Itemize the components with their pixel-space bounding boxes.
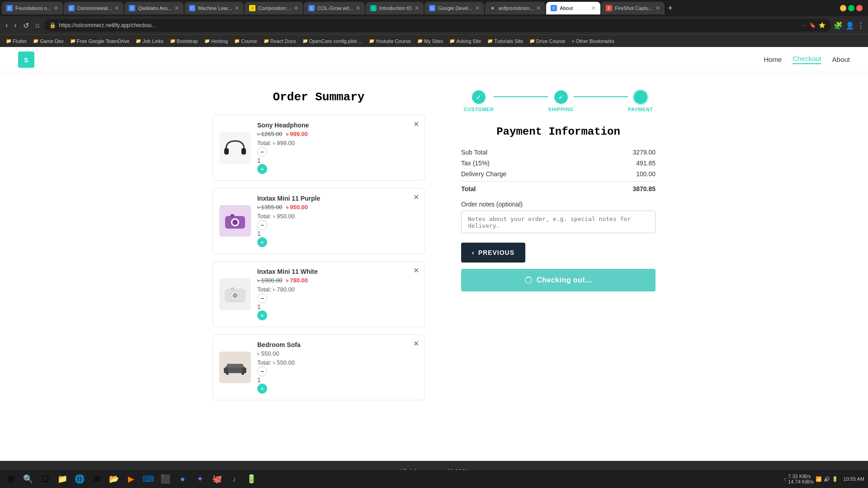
bookmark-drive-course[interactable]: 📁 Drive Course xyxy=(527,38,567,45)
item-name-sofa: Bedroom Sofa xyxy=(257,341,418,348)
tab-close-machine[interactable]: ✕ xyxy=(235,5,239,11)
svg-rect-15 xyxy=(227,364,243,368)
tab-github[interactable]: ⊛ arifpro/sslcom... ✕ xyxy=(485,2,546,14)
tab-close-github[interactable]: ✕ xyxy=(536,5,541,11)
tab-foundations[interactable]: C Foundations o... ✕ xyxy=(2,2,63,14)
taskbar-chrome-btn[interactable]: ● xyxy=(175,472,190,483)
delivery-value: 100.00 xyxy=(636,170,656,178)
back-button[interactable]: ‹ xyxy=(4,20,9,30)
taskbar-files-btn[interactable]: 📁 xyxy=(55,472,70,483)
taskbar-spotify-btn[interactable]: ♪ xyxy=(227,472,241,483)
step-shipping: ✓ SHIPPING xyxy=(548,90,574,112)
tab-fireshot[interactable]: F FireShot Captu... ✕ xyxy=(601,2,664,14)
tab-close-google[interactable]: ✕ xyxy=(475,5,480,11)
tab-close-qwiklabs[interactable]: ✕ xyxy=(175,5,179,11)
bookmark-google-drive[interactable]: 📁 Free Google TeamDrive xyxy=(68,38,132,45)
close-button[interactable]: ✕ xyxy=(856,5,863,11)
taskbar-figma-btn[interactable]: ✦ xyxy=(193,472,207,483)
item-qty-controls-headphone: − 1 + xyxy=(257,147,418,174)
item-discounted-price-headphone: ৳ 999.00 xyxy=(286,131,308,138)
tab-qwiklabs[interactable]: C Qwiklabs Ass... ✕ xyxy=(124,2,184,14)
step-label-customer: CUSTOMER xyxy=(464,107,494,112)
bookmark-opencore[interactable]: 📁 OpenCore config.plist ... xyxy=(300,38,365,45)
network-up-icon: ↑ xyxy=(784,476,787,482)
taskbar-start-icons: ⊞ 🔍 ❏ 📁 🌐 ✉ 📂 ▶ ⌨ ⬛ ● ✦ 🐙 ♪ 🔋 xyxy=(4,472,259,483)
bookmark-my-sites[interactable]: 📁 My Sites xyxy=(415,38,445,45)
bookmark-course[interactable]: 📁 Course xyxy=(232,38,259,45)
tab-close-col[interactable]: ✕ xyxy=(356,5,360,11)
qty-decrease-camera-white[interactable]: − xyxy=(257,293,267,303)
tab-google-dev[interactable]: G Google Devel... ✕ xyxy=(425,2,484,14)
bookmark-youtube[interactable]: 📁 Youtube Course xyxy=(367,38,414,45)
qty-increase-camera-purple[interactable]: + xyxy=(257,237,267,247)
minimize-button[interactable]: — xyxy=(840,5,846,11)
bookmark-flutter[interactable]: 📁 Flutter xyxy=(4,38,29,45)
taskbar-edge-btn[interactable]: 🌐 xyxy=(72,472,87,483)
order-notes-input[interactable] xyxy=(461,211,656,233)
payment-divider xyxy=(461,181,656,182)
bookmark-other[interactable]: » Other Bookmarks xyxy=(569,38,617,45)
tab-intro[interactable]: I Introduction tO ✕ xyxy=(366,2,424,14)
browser-chrome: C Foundations o... ✕ C Commonweal... ✕ C… xyxy=(0,0,868,47)
speaker-icon[interactable]: 🔊 xyxy=(824,476,830,482)
new-tab-button[interactable]: + xyxy=(665,4,676,13)
tab-machine[interactable]: C Machine Lear... ✕ xyxy=(184,2,244,14)
tab-close-commonweal[interactable]: ✕ xyxy=(114,5,119,11)
tab-col[interactable]: C COL-Grow wit... ✕ xyxy=(304,2,364,14)
previous-button[interactable]: ‹ PREVIOUS xyxy=(461,243,525,263)
tab-close-intro[interactable]: ✕ xyxy=(415,5,419,11)
taskbar-vscode-btn[interactable]: ⌨ xyxy=(141,472,156,483)
loading-spinner xyxy=(525,277,532,284)
tab-close-composition[interactable]: ✕ xyxy=(294,5,298,11)
tab-composition[interactable]: J Composition:... ✕ xyxy=(245,2,303,14)
bookmark-game-dev[interactable]: 📁 Game Dev xyxy=(31,38,66,45)
taskbar-vlc-btn[interactable]: ▶ xyxy=(124,472,138,483)
taskbar-mail-btn[interactable]: ✉ xyxy=(90,472,104,483)
tab-close-foundations[interactable]: ✕ xyxy=(54,5,58,11)
remove-item-camera-purple[interactable]: ✕ xyxy=(413,193,419,202)
checkout-button[interactable]: Checking out... xyxy=(461,269,656,291)
taskbar-search-btn[interactable]: 🔍 xyxy=(21,472,35,483)
bookmark-react-docs[interactable]: 📁 React Docs xyxy=(261,38,298,45)
nav-checkout[interactable]: Checkout xyxy=(793,55,821,64)
remove-item-headphone[interactable]: ✕ xyxy=(413,120,419,128)
item-price-row-camera-purple: ৳ 1355.00 ৳ 950.00 xyxy=(257,204,418,211)
tab-about[interactable]: C About ✕ xyxy=(546,2,600,14)
taskbar-windows-btn[interactable]: ⊞ xyxy=(4,472,18,483)
forward-button[interactable]: › xyxy=(12,20,18,30)
taskbar-terminal-btn[interactable]: ⬛ xyxy=(158,472,173,483)
taskbar-task-view-btn[interactable]: ❏ xyxy=(38,472,52,483)
nav-home[interactable]: Home xyxy=(764,56,782,63)
bookmark-bootstrap[interactable]: 📁 Bootstrap xyxy=(168,38,200,45)
taskbar-explorer-btn[interactable]: 📂 xyxy=(107,472,121,483)
wifi-icon[interactable]: 📶 xyxy=(816,476,822,482)
profile-icon[interactable]: 👤 xyxy=(845,21,854,30)
qty-decrease-camera-purple[interactable]: − xyxy=(257,220,267,230)
maximize-button[interactable]: □ xyxy=(848,5,854,11)
menu-icon[interactable]: ⋮ xyxy=(857,21,864,30)
qty-increase-headphone[interactable]: + xyxy=(257,164,267,174)
qty-decrease-headphone[interactable]: − xyxy=(257,147,267,157)
nav-about[interactable]: About xyxy=(832,56,850,63)
bookmark-tutorials[interactable]: 📁 Tutorials Site xyxy=(485,38,525,45)
address-bar[interactable]: 🔒 https://sslcommerz.netlify.app/checkou… xyxy=(44,19,831,32)
bookmark-asking-site[interactable]: 📁 Asking Site xyxy=(447,38,483,45)
remove-item-sofa[interactable]: ✕ xyxy=(413,339,419,348)
qty-decrease-sofa[interactable]: − xyxy=(257,366,267,376)
reload-button[interactable]: ↺ xyxy=(21,20,31,31)
item-price-row-camera-white: ৳ 1000.00 ৳ 780.00 xyxy=(257,277,418,284)
qty-increase-sofa[interactable]: + xyxy=(257,384,267,394)
battery-icon[interactable]: 🔋 xyxy=(832,476,838,482)
tab-commonweal[interactable]: C Commonweal... ✕ xyxy=(64,2,123,14)
qty-increase-camera-white[interactable]: + xyxy=(257,310,267,320)
remove-item-camera-white[interactable]: ✕ xyxy=(413,266,419,275)
bookmark-job-links[interactable]: 📁 Job Links xyxy=(133,38,165,45)
tab-close-about[interactable]: ✕ xyxy=(591,5,596,11)
taskbar-gitkraken-btn[interactable]: 🐙 xyxy=(210,472,224,483)
bookmark-hosting[interactable]: 📁 Hosting xyxy=(202,38,230,45)
tab-close-fireshot[interactable]: ✕ xyxy=(656,5,660,11)
extensions-icon[interactable]: 🧩 xyxy=(834,21,843,30)
total-value: 3870.85 xyxy=(632,185,656,192)
home-browser-button[interactable]: ⌂ xyxy=(33,20,42,30)
taskbar-battery-btn[interactable]: 🔋 xyxy=(244,472,259,483)
